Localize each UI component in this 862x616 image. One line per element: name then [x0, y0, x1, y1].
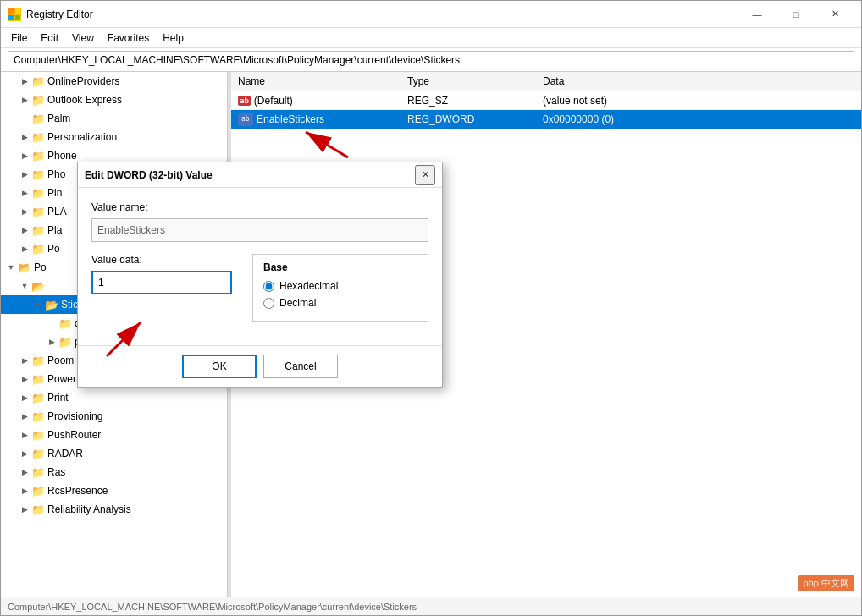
radio-hexadecimal[interactable]: Hexadecimal: [263, 280, 414, 292]
value-data-input[interactable]: [91, 271, 232, 294]
table-row-selected[interactable]: ab EnableStickers REG_DWORD 0x00000000 (…: [231, 110, 861, 129]
window-title: Registry Editor: [26, 8, 738, 20]
tree-item-print[interactable]: ▶ 📁 Print: [1, 388, 227, 407]
expand-icon: ▶: [18, 354, 31, 367]
dialog-body: Value name: Value data: Base Hexadecimal…: [78, 188, 442, 345]
tree-item-rcspresence[interactable]: ▶ 📁 RcsPresence: [1, 481, 227, 500]
tree-label-provisioning: Provisioning: [47, 410, 102, 422]
dialog-close-button[interactable]: ✕: [415, 165, 435, 185]
tree-label: Phone: [47, 150, 77, 162]
folder-icon: 📁: [31, 391, 45, 404]
tree-item-provisioning[interactable]: ▶ 📁 Provisioning: [1, 407, 227, 426]
menu-view[interactable]: View: [65, 28, 101, 47]
reg-sz-icon: ab: [238, 96, 251, 106]
folder-icon: 📁: [31, 149, 45, 162]
folder-open-icon: 📂: [45, 298, 58, 311]
tree-item-radar[interactable]: ▶ 📁 RADAR: [1, 444, 227, 463]
col-header-name: Name: [231, 72, 401, 91]
tree-item-ras[interactable]: ▶ 📁 Ras: [1, 463, 227, 481]
base-label: Base: [263, 261, 414, 273]
expand-icon: ▶: [18, 410, 31, 423]
tree-item-pushrouter[interactable]: ▶ 📁 PushRouter: [1, 426, 227, 444]
svg-rect-3: [15, 15, 20, 20]
tree-item-onlineproviders[interactable]: ▶ 📁 OnlineProviders: [1, 72, 227, 91]
folder-icon: 📁: [31, 503, 45, 516]
svg-rect-2: [8, 15, 14, 20]
hexadecimal-label: Hexadecimal: [279, 280, 338, 292]
value-name-label: Value name:: [91, 201, 428, 213]
cell-name: ab (Default): [231, 91, 401, 110]
folder-open-icon: 📂: [31, 279, 45, 293]
menu-favorites[interactable]: Favorites: [101, 28, 156, 47]
folder-icon: 📁: [31, 186, 45, 200]
value-data-section: Value data:: [91, 254, 242, 322]
registry-data-table: Name Type Data ab (Default) REG_SZ: [231, 72, 861, 129]
tree-label: Reliability Analysis: [47, 503, 131, 515]
menu-file[interactable]: File: [4, 28, 34, 47]
folder-icon: 📁: [31, 354, 45, 367]
cell-type: REG_SZ: [401, 91, 536, 110]
folder-icon: 📁: [31, 242, 45, 256]
dialog-buttons: OK Cancel: [78, 345, 442, 387]
menu-bar: File Edit View Favorites Help: [1, 28, 861, 48]
expand-icon: ▶: [18, 74, 31, 88]
value-name-input[interactable]: [91, 218, 428, 242]
minimize-button[interactable]: —: [738, 1, 776, 28]
folder-icon: 📁: [31, 93, 45, 107]
status-text: Computer\HKEY_LOCAL_MACHINE\SOFTWARE\Mic…: [8, 602, 417, 612]
folder-icon: 📁: [31, 223, 45, 237]
expand-icon: [18, 112, 31, 125]
ok-button[interactable]: OK: [182, 355, 257, 378]
cancel-button[interactable]: Cancel: [263, 355, 338, 378]
menu-edit[interactable]: Edit: [34, 28, 65, 47]
close-button[interactable]: ✕: [815, 1, 854, 28]
folder-icon: 📁: [31, 484, 45, 498]
radio-decimal[interactable]: Decimal: [263, 297, 414, 309]
expand-icon: ▼: [4, 261, 18, 274]
expand-icon: ▼: [18, 279, 31, 293]
tree-label: OnlineProviders: [47, 75, 119, 87]
table-row[interactable]: ab (Default) REG_SZ (value not set): [231, 91, 861, 110]
tree-item-outlookexpress[interactable]: ▶ 📁 Outlook Express: [1, 91, 227, 109]
expand-icon: ▶: [18, 465, 31, 479]
decimal-radio[interactable]: [263, 298, 274, 309]
expand-icon: [45, 316, 58, 330]
cell-data: 0x00000000 (0): [536, 110, 861, 129]
expand-icon: ▶: [18, 484, 31, 498]
expand-icon: ▶: [18, 186, 31, 200]
col-header-data: Data: [536, 72, 861, 91]
tree-item-personalization[interactable]: ▶ 📁 Personalization: [1, 128, 227, 146]
expand-icon: ▼: [31, 298, 45, 311]
svg-rect-1: [15, 8, 20, 14]
title-bar: Registry Editor — □ ✕: [1, 1, 861, 28]
tree-label: Pin: [47, 187, 62, 199]
tree-label: Palm: [47, 113, 70, 124]
expand-icon: ▶: [18, 372, 31, 386]
folder-icon: 📁: [31, 465, 45, 479]
maximize-button[interactable]: □: [776, 1, 815, 28]
window-controls: — □ ✕: [738, 1, 854, 28]
expand-icon: ▶: [18, 168, 31, 181]
folder-icon: 📁: [58, 335, 72, 349]
dialog-title-bar: Edit DWORD (32-bit) Value ✕: [78, 162, 442, 188]
hexadecimal-radio[interactable]: [263, 281, 274, 292]
svg-text:ab: ab: [241, 115, 250, 123]
status-bar: Computer\HKEY_LOCAL_MACHINE\SOFTWARE\Mic…: [1, 597, 861, 615]
tree-item-reliabilityanalysis[interactable]: ▶ 📁 Reliability Analysis: [1, 500, 227, 519]
tree-label: Poom: [47, 355, 74, 366]
dialog-data-row: Value data: Base Hexadecimal Decimal: [91, 254, 428, 322]
folder-icon: 📁: [31, 410, 45, 423]
value-data-label: Value data:: [91, 254, 242, 266]
tree-label: Po: [34, 261, 47, 273]
tree-label: RcsPresence: [47, 485, 108, 497]
expand-icon: ▶: [18, 130, 31, 144]
watermark: php 中文网: [798, 575, 854, 591]
address-input[interactable]: [8, 51, 854, 69]
tree-label: Personalization: [47, 131, 117, 143]
cell-data: (value not set): [536, 91, 861, 110]
base-group: Base Hexadecimal Decimal: [252, 254, 428, 322]
tree-item-palm[interactable]: 📁 Palm: [1, 109, 227, 128]
menu-help[interactable]: Help: [156, 28, 191, 47]
folder-icon: 📁: [31, 205, 45, 218]
tree-label: Outlook Express: [47, 94, 122, 106]
